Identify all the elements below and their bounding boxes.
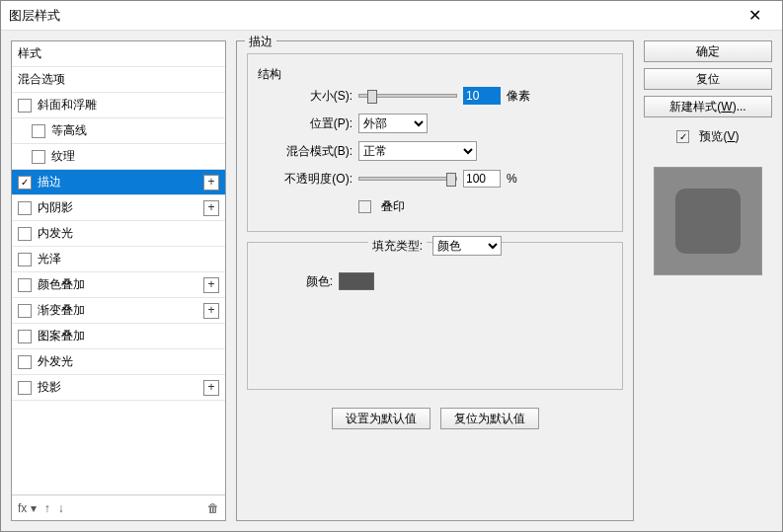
style-label: 斜面和浮雕: [38, 97, 219, 114]
trash-icon[interactable]: 🗑: [207, 501, 219, 515]
style-item-9[interactable]: 图案叠加: [12, 324, 225, 349]
preview-checkbox[interactable]: [676, 130, 689, 143]
style-item-5[interactable]: 内发光: [12, 221, 225, 247]
overprint-row: 叠印: [258, 193, 612, 219]
styles-header-label: 样式: [18, 45, 219, 62]
style-item-8[interactable]: 渐变叠加+: [12, 298, 225, 324]
move-down-icon[interactable]: ↓: [58, 501, 64, 515]
style-checkbox[interactable]: [18, 99, 32, 113]
style-item-3[interactable]: 描边+: [12, 170, 225, 195]
preview-box: [654, 167, 762, 275]
add-effect-icon[interactable]: +: [203, 303, 219, 319]
size-row: 大小(S): 像素: [258, 83, 612, 109]
add-effect-icon[interactable]: +: [203, 380, 219, 396]
blend-select[interactable]: 正常: [358, 141, 477, 161]
style-label: 描边: [38, 174, 203, 190]
style-item-2[interactable]: 纹理: [12, 144, 225, 170]
new-style-button[interactable]: 新建样式(W)...: [644, 96, 772, 117]
opacity-unit: %: [507, 172, 517, 186]
set-default-button[interactable]: 设置为默认值: [332, 408, 431, 429]
color-label: 颜色:: [258, 273, 333, 290]
style-label: 光泽: [38, 251, 219, 267]
size-input[interactable]: [463, 87, 501, 105]
style-label: 内发光: [38, 225, 219, 242]
opacity-slider[interactable]: [358, 177, 457, 181]
style-item-7[interactable]: 颜色叠加+: [12, 272, 225, 298]
size-unit: 像素: [507, 88, 530, 105]
style-checkbox[interactable]: [18, 355, 32, 369]
size-slider[interactable]: [358, 94, 457, 98]
stroke-section-title: 描边: [245, 34, 276, 50]
style-checkbox[interactable]: [18, 330, 32, 343]
color-row: 颜色:: [258, 268, 612, 294]
preview-swatch: [675, 189, 741, 254]
filltype-select[interactable]: 颜色: [432, 236, 502, 256]
opacity-row: 不透明度(O): %: [258, 166, 612, 191]
color-swatch[interactable]: [339, 272, 374, 290]
position-row: 位置(P): 外部: [258, 111, 612, 136]
style-item-11[interactable]: 投影+: [12, 375, 225, 401]
style-label: 图案叠加: [38, 328, 219, 344]
options-panel: 描边 结构 大小(S): 像素 位置(P): 外部 混合模式(B):: [236, 40, 634, 521]
style-item-10[interactable]: 外发光: [12, 349, 225, 375]
reset-button[interactable]: 复位: [644, 68, 772, 90]
move-up-icon[interactable]: ↑: [44, 501, 50, 515]
style-label: 颜色叠加: [38, 276, 203, 293]
style-label: 等高线: [51, 122, 219, 139]
style-checkbox[interactable]: [18, 201, 32, 215]
fill-group: 填充类型: 颜色 颜色:: [247, 242, 623, 390]
structure-group: 结构 大小(S): 像素 位置(P): 外部 混合模式(B): 正: [247, 53, 623, 232]
style-checkbox[interactable]: [18, 278, 32, 292]
style-item-4[interactable]: 内阴影+: [12, 195, 225, 221]
preview-label: 预览(V): [699, 128, 739, 145]
style-label: 外发光: [38, 353, 219, 370]
opacity-input[interactable]: [463, 170, 501, 188]
style-label: 投影: [38, 379, 203, 396]
style-item-1[interactable]: 等高线: [12, 118, 225, 144]
preview-row: 预览(V): [644, 123, 772, 149]
blend-options-label: 混合选项: [18, 71, 219, 88]
blend-options-row[interactable]: 混合选项: [12, 67, 225, 93]
opacity-label: 不透明度(O):: [258, 171, 352, 188]
position-select[interactable]: 外部: [358, 114, 428, 133]
add-effect-icon[interactable]: +: [203, 175, 219, 190]
window-title: 图层样式: [9, 7, 735, 25]
styles-panel: 样式 混合选项 斜面和浮雕等高线纹理描边+内阴影+内发光光泽颜色叠加+渐变叠加+…: [11, 40, 226, 521]
blend-label: 混合模式(B):: [258, 143, 352, 160]
styles-list: 样式 混合选项 斜面和浮雕等高线纹理描边+内阴影+内发光光泽颜色叠加+渐变叠加+…: [12, 41, 225, 494]
reset-default-button[interactable]: 复位为默认值: [440, 408, 539, 429]
position-label: 位置(P):: [258, 115, 352, 132]
style-label: 渐变叠加: [38, 302, 203, 319]
dialog-content: 样式 混合选项 斜面和浮雕等高线纹理描边+内阴影+内发光光泽颜色叠加+渐变叠加+…: [1, 31, 782, 531]
style-checkbox[interactable]: [18, 253, 32, 266]
style-checkbox[interactable]: [32, 150, 45, 164]
style-item-0[interactable]: 斜面和浮雕: [12, 93, 225, 118]
structure-title: 结构: [258, 66, 612, 83]
stroke-section: 描边 结构 大小(S): 像素 位置(P): 外部 混合模式(B):: [236, 40, 634, 521]
title-bar: 图层样式 ✕: [1, 1, 782, 31]
fx-menu-icon[interactable]: fx ▾: [18, 501, 37, 515]
style-checkbox[interactable]: [18, 176, 32, 190]
style-checkbox[interactable]: [18, 227, 32, 241]
styles-footer: fx ▾ ↑ ↓ 🗑: [12, 494, 225, 520]
filltype-row: 填充类型: 颜色: [258, 233, 612, 259]
size-label: 大小(S):: [258, 88, 352, 105]
style-checkbox[interactable]: [32, 124, 45, 138]
style-label: 内阴影: [38, 199, 203, 216]
style-item-6[interactable]: 光泽: [12, 247, 225, 272]
overprint-checkbox[interactable]: [358, 200, 371, 213]
ok-button[interactable]: 确定: [644, 40, 772, 62]
style-checkbox[interactable]: [18, 304, 32, 318]
add-effect-icon[interactable]: +: [203, 200, 219, 216]
close-icon[interactable]: ✕: [735, 6, 774, 25]
defaults-row: 设置为默认值 复位为默认值: [247, 408, 623, 429]
filltype-label: 填充类型:: [368, 238, 427, 255]
style-label: 纹理: [51, 148, 219, 165]
action-panel: 确定 复位 新建样式(W)... 预览(V): [644, 40, 772, 521]
add-effect-icon[interactable]: +: [203, 277, 219, 293]
blend-row: 混合模式(B): 正常: [258, 138, 612, 164]
overprint-label: 叠印: [381, 198, 405, 215]
style-checkbox[interactable]: [18, 381, 32, 395]
styles-header[interactable]: 样式: [12, 41, 225, 67]
